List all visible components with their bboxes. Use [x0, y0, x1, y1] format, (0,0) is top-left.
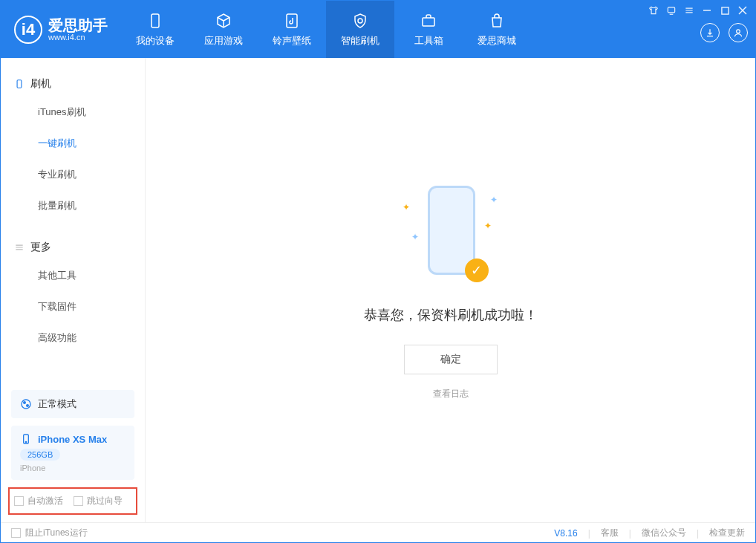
device-type: iPhone: [20, 464, 126, 472]
sidebar-item-itunes-flash[interactable]: iTunes刷机: [1, 97, 145, 128]
svg-point-10: [22, 400, 30, 409]
device-name: iPhone XS Max: [38, 434, 107, 445]
footer-link-wechat[interactable]: 微信公众号: [642, 527, 686, 539]
success-illustration: ✦ ✦ ✦ ✦ ✓: [417, 180, 484, 284]
block-itunes-checkbox[interactable]: 阻止iTunes运行: [11, 527, 88, 539]
nav-toolbox[interactable]: 工具箱: [394, 1, 463, 58]
nav-ringtone-wallpaper[interactable]: 铃声壁纸: [258, 1, 326, 58]
phone-small-icon: [14, 79, 25, 89]
svg-rect-0: [151, 14, 159, 27]
device-capacity: 256GB: [20, 449, 60, 461]
logo-icon: i4: [14, 16, 42, 44]
briefcase-icon: [420, 12, 437, 30]
sidebar: 刷机 iTunes刷机 一键刷机 专业刷机 批量刷机 更多 其他工具 下载固件 …: [1, 58, 146, 522]
feedback-icon[interactable]: [666, 5, 677, 16]
success-message: 恭喜您，保资料刷机成功啦！: [364, 306, 538, 324]
nav-my-device[interactable]: 我的设备: [121, 1, 189, 58]
sidebar-section-more: 更多: [1, 235, 145, 260]
bag-icon: [488, 12, 506, 30]
device-icon: [20, 433, 32, 445]
sidebar-item-advanced[interactable]: 高级功能: [1, 322, 145, 354]
tshirt-icon[interactable]: [648, 5, 659, 16]
shield-rotate-icon: [351, 12, 369, 30]
maximize-button[interactable]: [720, 5, 730, 16]
sidebar-item-download-firmware[interactable]: 下载固件: [1, 291, 145, 322]
footer-link-update[interactable]: 检查更新: [709, 527, 745, 539]
mode-icon: [20, 398, 32, 410]
sidebar-item-onekey-flash[interactable]: 一键刷机: [1, 128, 145, 159]
logo-area: i4 爱思助手 www.i4.cn: [1, 1, 121, 58]
app-url: www.i4.cn: [48, 33, 108, 42]
header-actions: [700, 23, 748, 42]
sidebar-section-flash: 刷机: [1, 71, 145, 97]
checkmark-icon: ✓: [465, 259, 489, 282]
svg-rect-1: [287, 14, 297, 27]
view-log-link[interactable]: 查看日志: [433, 388, 469, 400]
status-bar: 阻止iTunes运行 V8.16 | 客服 | 微信公众号 | 检查更新: [1, 522, 755, 543]
footer-link-support[interactable]: 客服: [601, 527, 619, 539]
main-content: ✦ ✦ ✦ ✦ ✓ 恭喜您，保资料刷机成功啦！ 确定 查看日志: [146, 58, 755, 522]
sidebar-item-other-tools[interactable]: 其他工具: [1, 260, 145, 291]
auto-activate-checkbox[interactable]: 自动激活: [14, 495, 63, 507]
svg-rect-9: [17, 80, 22, 88]
options-row: 自动激活 跳过向导: [8, 487, 137, 515]
app-header: i4 爱思助手 www.i4.cn 我的设备 应用游戏 铃声壁纸 智能刷机 工具…: [1, 1, 755, 58]
mode-label: 正常模式: [38, 397, 76, 411]
svg-point-12: [27, 405, 29, 407]
version-label: V8.16: [554, 528, 577, 539]
minimize-button[interactable]: [702, 5, 712, 16]
sidebar-item-pro-flash[interactable]: 专业刷机: [1, 159, 145, 190]
nav-bar: 我的设备 应用游戏 铃声壁纸 智能刷机 工具箱 爱思商城: [121, 1, 531, 58]
nav-apps-games[interactable]: 应用游戏: [189, 1, 258, 58]
cube-icon: [215, 12, 232, 30]
menu-icon[interactable]: [684, 5, 694, 16]
user-button[interactable]: [729, 23, 748, 42]
download-button[interactable]: [700, 23, 720, 42]
svg-point-11: [24, 402, 26, 404]
nav-smart-flash[interactable]: 智能刷机: [326, 1, 394, 58]
mode-box[interactable]: 正常模式: [11, 390, 134, 418]
close-button[interactable]: [737, 5, 748, 16]
window-controls: [648, 5, 748, 16]
svg-point-8: [737, 30, 740, 33]
phone-icon: [146, 12, 164, 30]
svg-rect-3: [668, 7, 674, 13]
app-name: 爱思助手: [48, 18, 108, 33]
music-file-icon: [283, 12, 301, 30]
svg-rect-5: [721, 7, 728, 13]
svg-point-14: [25, 441, 26, 442]
device-box[interactable]: iPhone XS Max 256GB iPhone: [11, 426, 134, 480]
sidebar-item-batch-flash[interactable]: 批量刷机: [1, 190, 145, 221]
ok-button[interactable]: 确定: [404, 345, 498, 374]
skip-guide-checkbox[interactable]: 跳过向导: [74, 495, 123, 507]
list-icon: [14, 242, 25, 253]
svg-rect-2: [423, 18, 434, 26]
nav-store[interactable]: 爱思商城: [463, 1, 531, 58]
